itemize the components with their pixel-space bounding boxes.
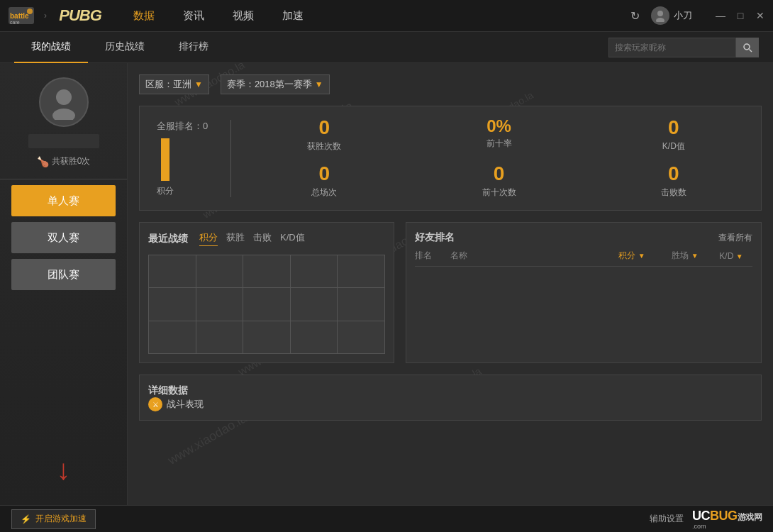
svg-point-8 xyxy=(56,89,72,105)
kd-sort-icon: ▼ xyxy=(736,253,743,260)
search-input[interactable] xyxy=(608,38,736,57)
tab-kills[interactable]: 击败 xyxy=(253,231,272,246)
svg-point-9 xyxy=(52,109,75,120)
refresh-button[interactable]: ↻ xyxy=(630,9,640,23)
battle-icon: ⚔ xyxy=(148,397,162,411)
boost-button[interactable]: ⚡ 开启游戏加速 xyxy=(11,509,96,529)
logo-area: battle care › PUBG xyxy=(7,4,105,27)
svg-point-4 xyxy=(657,11,663,16)
tab-score[interactable]: 积分 xyxy=(199,231,218,246)
window-controls: — □ ✕ xyxy=(715,10,766,21)
squad-mode-button[interactable]: 团队赛 xyxy=(11,259,116,290)
season-arrow-icon: ▼ xyxy=(315,79,323,89)
minimize-button[interactable]: — xyxy=(715,10,726,21)
tab-wins[interactable]: 获胜 xyxy=(226,231,245,246)
sidebar-arrow: ↓ xyxy=(57,455,71,484)
sidebar: 🍗 共获胜0次 单人赛 双人赛 团队赛 ↓ xyxy=(0,63,128,505)
two-column-section: 最近战绩 积分 获胜 击败 K/D值 xyxy=(139,222,762,363)
kd-label: K/D值 xyxy=(662,140,685,153)
duo-mode-button[interactable]: 双人赛 xyxy=(11,222,116,253)
chart-cell xyxy=(243,321,290,353)
chart-cell xyxy=(338,255,384,287)
ucbug-domain: .com xyxy=(692,523,762,530)
tab-history[interactable]: 历史战绩 xyxy=(88,32,162,63)
chart-cell xyxy=(243,255,290,287)
content-area[interactable]: www.xiaodao.la www.xiaodao.la www.xiaoda… xyxy=(128,63,773,505)
svg-text:care: care xyxy=(10,20,20,25)
game-text: 游戏网 xyxy=(738,512,762,522)
col-kd[interactable]: K/D ▼ xyxy=(710,251,752,261)
col-wins[interactable]: 胜场 ▼ xyxy=(660,250,710,262)
username: 小刀 xyxy=(674,9,692,22)
friends-empty xyxy=(415,267,752,338)
close-button[interactable]: ✕ xyxy=(755,10,766,21)
maximize-button[interactable]: □ xyxy=(735,10,746,21)
score-sort-icon: ▼ xyxy=(638,252,645,260)
detail-title: 详细数据 xyxy=(148,384,188,396)
wins-text: 共获胜0次 xyxy=(52,155,91,167)
main-nav: 数据 资讯 视频 加速 xyxy=(133,9,630,23)
tab-ranking[interactable]: 排行榜 xyxy=(162,32,226,63)
friends-columns: 排名 名称 积分 ▼ 胜场 ▼ K/D ▼ xyxy=(415,250,752,267)
top10pct-label: 前十率 xyxy=(486,138,512,150)
bug-text: BUG xyxy=(710,509,738,523)
kills-stat: 0 击败数 xyxy=(604,164,744,199)
detail-sub-row: ⚔ 战斗表现 xyxy=(148,397,752,411)
chart-cell xyxy=(291,288,338,320)
search-button[interactable] xyxy=(736,38,759,57)
season-select[interactable]: 赛季：2018第一赛季 ▼ xyxy=(221,74,330,94)
top10count-value: 0 xyxy=(494,164,505,184)
chart-cell xyxy=(196,288,243,320)
ucbug-logo: UCBUG游戏网 .com xyxy=(692,509,762,530)
season-label: 赛季：2018第一赛季 xyxy=(227,78,312,91)
recent-tabs: 积分 获胜 击败 K/D值 xyxy=(199,231,305,246)
main-area: 🍗 共获胜0次 单人赛 双人赛 团队赛 ↓ www.xiaodao.la www… xyxy=(0,63,773,505)
kills-value: 0 xyxy=(668,164,679,184)
score-label: 积分 xyxy=(157,185,174,197)
uc-text: UC xyxy=(692,509,710,523)
nav-video[interactable]: 视频 xyxy=(233,9,254,23)
svg-text:battle: battle xyxy=(10,12,29,20)
recent-title: 最近战绩 xyxy=(148,233,188,245)
nav-boost[interactable]: 加速 xyxy=(282,9,304,23)
solo-mode-button[interactable]: 单人赛 xyxy=(11,185,116,216)
nav-news[interactable]: 资讯 xyxy=(183,9,204,23)
view-all-link[interactable]: 查看所有 xyxy=(718,232,752,244)
chart-area xyxy=(148,255,385,354)
breadcrumb-arrow: › xyxy=(44,11,47,21)
svg-point-3 xyxy=(27,9,33,14)
chart-cell xyxy=(338,288,384,320)
col-name: 名称 xyxy=(450,250,604,262)
profile-wins: 🍗 共获胜0次 xyxy=(37,155,91,167)
search-area xyxy=(608,38,759,57)
wins-stat: 0 获胜次数 xyxy=(254,118,394,153)
friends-header: 好友排名 查看所有 xyxy=(415,231,752,244)
col-score[interactable]: 积分 ▼ xyxy=(604,250,660,262)
stats-grid: 0 获胜次数 0% 前十率 0 K/D值 0 xyxy=(254,118,744,199)
wins-label: 获胜次数 xyxy=(307,140,341,153)
bottom-bar: ⚡ 开启游戏加速 辅助设置 UCBUG游戏网 .com xyxy=(0,505,773,532)
aux-settings-button[interactable]: 辅助设置 xyxy=(650,513,684,525)
pubg-text: PUBG xyxy=(59,6,101,25)
chart-cell xyxy=(149,288,196,320)
tab-my-stats[interactable]: 我的战绩 xyxy=(14,32,88,63)
profile-name-area xyxy=(0,134,127,148)
chart-cell xyxy=(291,321,338,353)
kd-value: 0 xyxy=(668,118,679,138)
region-select[interactable]: 区服：亚洲 ▼ xyxy=(139,74,209,94)
chart-cell xyxy=(149,321,196,353)
boost-label: 开启游戏加速 xyxy=(35,513,87,525)
tab-kd[interactable]: K/D值 xyxy=(280,231,305,246)
battle-label: 战斗表现 xyxy=(167,398,204,411)
avatar xyxy=(651,6,669,25)
kd-stat: 0 K/D值 xyxy=(604,118,744,153)
chart-cell xyxy=(196,255,243,287)
recent-header: 最近战绩 积分 获胜 击败 K/D值 xyxy=(148,231,385,246)
detail-section: 详细数据 ⚔ 战斗表现 xyxy=(139,375,762,421)
top10count-label: 前十次数 xyxy=(482,187,516,199)
total-stat: 0 总场次 xyxy=(254,164,394,199)
bottom-right: 辅助设置 UCBUG游戏网 .com xyxy=(650,509,762,530)
battlecare-logo: battle care xyxy=(7,4,35,27)
rank-section: 全服排名：0 积分 xyxy=(157,120,231,197)
nav-data[interactable]: 数据 xyxy=(133,9,155,23)
